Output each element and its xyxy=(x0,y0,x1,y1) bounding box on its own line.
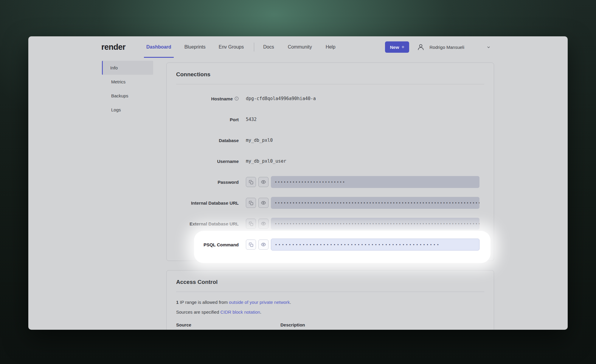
port-label: Port xyxy=(176,117,239,122)
nav-link-help[interactable]: Help xyxy=(326,36,336,58)
masked-dots: ••••••••••••••••••••••••••••••••••••••••… xyxy=(275,200,479,205)
nav-link-community[interactable]: Community xyxy=(288,36,312,58)
masked-dots: ••••••••••••••••••••••••••••••••••••••••… xyxy=(275,242,440,247)
ip-allowance-text: 1 IP range is allowed from outside of yo… xyxy=(176,300,484,305)
sidebar-item-backups[interactable]: Backups xyxy=(102,89,153,103)
connections-panel: Connections Hostname dpg-cfd8qola4996a90… xyxy=(166,63,494,261)
connections-title: Connections xyxy=(176,71,484,78)
sidebar-item-info[interactable]: Info xyxy=(102,61,153,75)
private-network-link[interactable]: outside of your private network xyxy=(229,300,290,305)
sources-text: Sources are specified CIDR block notatio… xyxy=(176,309,484,315)
port-value: 5432 xyxy=(246,117,257,122)
nav-link-docs[interactable]: Docs xyxy=(263,36,274,58)
reveal-button[interactable] xyxy=(258,198,268,208)
access-control-divider xyxy=(176,292,484,292)
reveal-button[interactable] xyxy=(258,219,268,229)
psql-command-masked-field[interactable]: ••••••••••••••••••••••••••••••••••••••••… xyxy=(271,239,479,251)
chevron-down-icon[interactable] xyxy=(486,45,491,49)
external-db-url-masked-field[interactable]: ••••••••••••••••••••••••••••••••••••••••… xyxy=(271,218,479,230)
new-button[interactable]: New + xyxy=(385,41,409,53)
hostname-value: dpg-cfd8qola4996a90hia40-a xyxy=(246,96,316,101)
sidebar: Info Metrics Backups Logs xyxy=(102,61,153,117)
nav-tab-blueprints[interactable]: Blueprints xyxy=(184,36,206,58)
internal-db-url-row: Internal Database URL ••••••••••••••••••… xyxy=(176,192,484,213)
sidebar-item-logs[interactable]: Logs xyxy=(102,103,153,117)
masked-dots: ••••••••••••••••••••••••••••••••••••••••… xyxy=(275,221,479,226)
username-row: Username my_db_pxl0_user xyxy=(176,151,484,172)
database-label: Database xyxy=(176,138,239,143)
access-control-title: Access Control xyxy=(176,279,484,285)
reveal-button[interactable] xyxy=(258,177,268,187)
access-control-table-header: Source Description xyxy=(176,322,484,327)
new-button-label: New xyxy=(390,45,399,50)
info-icon[interactable] xyxy=(235,97,239,101)
nav-tab-dashboard[interactable]: Dashboard xyxy=(146,36,171,58)
database-row: Database my_db_pxl0 xyxy=(176,130,484,151)
app-window: render Dashboard Blueprints Env Groups D… xyxy=(28,36,568,330)
user-avatar-icon[interactable] xyxy=(417,43,425,51)
render-logo[interactable]: render xyxy=(101,43,125,52)
masked-dots: •••••••••••••••••••••••• xyxy=(275,180,346,184)
username-value: my_db_pxl0_user xyxy=(246,158,286,164)
copy-button[interactable] xyxy=(246,198,256,208)
plus-icon: + xyxy=(401,44,404,50)
column-source: Source xyxy=(176,322,280,327)
sidebar-item-metrics[interactable]: Metrics xyxy=(102,75,153,89)
username-label: Username xyxy=(176,159,239,164)
psql-command-label: PSQL Command xyxy=(176,242,239,247)
access-control-panel: Access Control 1 IP range is allowed fro… xyxy=(166,270,494,330)
hostname-label: Hostname xyxy=(176,96,239,101)
external-db-url-label: External Database URL xyxy=(176,221,239,226)
nav-tab-env-groups[interactable]: Env Groups xyxy=(219,36,244,58)
reveal-button[interactable] xyxy=(258,239,268,250)
nav-divider xyxy=(254,43,254,52)
nav-right-group: New + Rodrigo Mansueli xyxy=(385,41,491,53)
user-name[interactable]: Rodrigo Mansueli xyxy=(429,45,464,50)
top-nav: render Dashboard Blueprints Env Groups D… xyxy=(28,36,568,58)
copy-button[interactable] xyxy=(246,239,256,250)
column-description: Description xyxy=(280,322,305,327)
copy-button[interactable] xyxy=(246,177,256,187)
cidr-notation-link[interactable]: CIDR block notation xyxy=(220,309,260,315)
connections-divider xyxy=(176,84,484,84)
password-label: Password xyxy=(176,180,239,185)
port-row: Port 5432 xyxy=(176,109,484,130)
database-value: my_db_pxl0 xyxy=(246,138,273,143)
psql-command-row: PSQL Command •••••••••••••••••••••••••••… xyxy=(176,234,484,255)
hostname-row: Hostname dpg-cfd8qola4996a90hia40-a xyxy=(176,88,484,109)
internal-db-url-label: Internal Database URL xyxy=(176,200,239,206)
password-row: Password •••••••••••••••••••••••• xyxy=(176,172,484,192)
internal-db-url-masked-field[interactable]: ••••••••••••••••••••••••••••••••••••••••… xyxy=(271,197,479,209)
connections-rows: Hostname dpg-cfd8qola4996a90hia40-a Port… xyxy=(176,88,484,255)
copy-button[interactable] xyxy=(246,219,256,229)
password-masked-field[interactable]: •••••••••••••••••••••••• xyxy=(271,176,479,188)
primary-nav: Dashboard Blueprints Env Groups xyxy=(146,36,244,58)
secondary-nav: Docs Community Help xyxy=(263,36,335,58)
